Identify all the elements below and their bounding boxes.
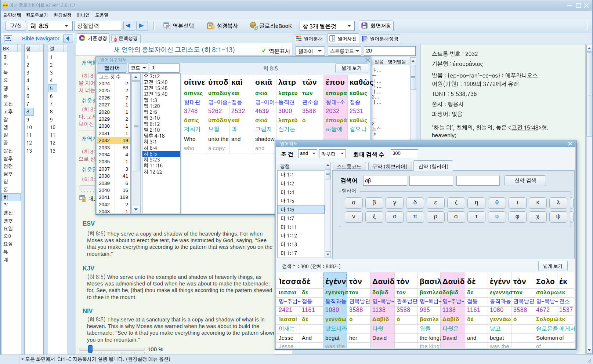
svg-text:AB: AB <box>6 36 11 40</box>
